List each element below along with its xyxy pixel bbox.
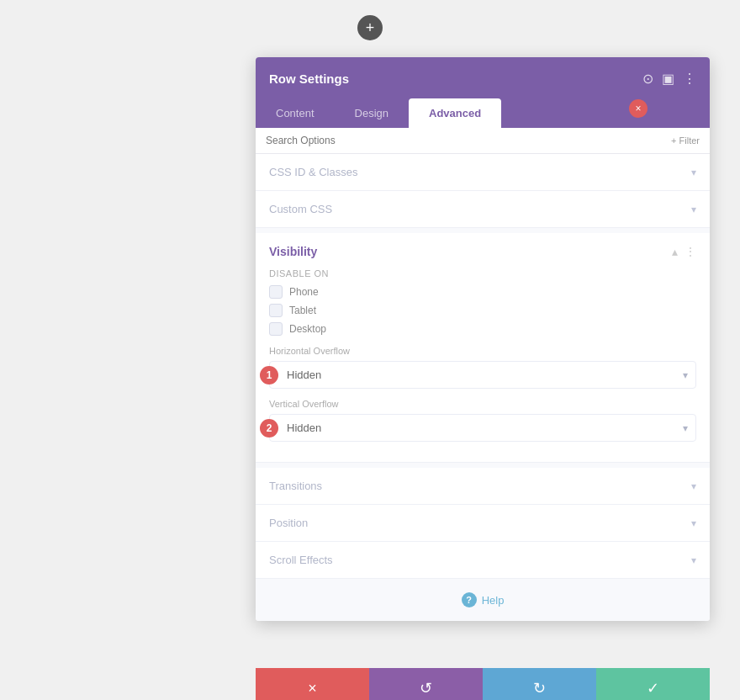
transitions-title: Transitions [269, 480, 322, 492]
visibility-header: Visibility ▴ ⋮ [269, 245, 696, 258]
phone-checkbox-row: Phone [269, 285, 696, 299]
filter-label: + Filter [671, 135, 700, 146]
cancel-button[interactable]: × [256, 668, 369, 700]
horizontal-overflow-row: 1 Hidden Visible Scroll Auto ▾ [269, 361, 696, 389]
desktop-checkbox[interactable] [269, 322, 283, 336]
save-icon: ✓ [647, 679, 659, 697]
tab-advanced[interactable]: Advanced [409, 98, 501, 128]
position-chevron-icon: ▾ [691, 517, 696, 529]
fullscreen-icon[interactable]: ⊙ [642, 71, 653, 87]
disable-on-label: Disable on [269, 268, 696, 278]
position-title: Position [269, 517, 308, 529]
scroll-effects-header[interactable]: Scroll Effects ▾ [256, 542, 710, 578]
custom-css-chevron-icon: ▾ [691, 204, 696, 215]
scroll-effects-title: Scroll Effects [269, 554, 333, 566]
help-label[interactable]: Help [482, 594, 505, 607]
row-settings-panel: Row Settings ⊙ ▣ ⋮ Content Design Advanc… [256, 57, 710, 621]
custom-css-title: Custom CSS [269, 203, 332, 215]
search-bar: + Filter [256, 128, 710, 154]
panel-body: + Filter CSS ID & Classes ▾ Custom CSS ▾ [256, 128, 710, 621]
add-row-button[interactable]: + [357, 15, 383, 40]
cancel-icon: × [308, 680, 317, 697]
custom-css-section: Custom CSS ▾ [256, 191, 710, 228]
scroll-effects-section: Scroll Effects ▾ [256, 542, 710, 579]
save-button[interactable]: ✓ [596, 668, 710, 700]
css-id-section: CSS ID & Classes ▾ [256, 154, 710, 191]
close-icon: × [635, 103, 641, 114]
horizontal-overflow-section: Horizontal Overflow 1 Hidden Visible Scr… [269, 346, 696, 389]
step-badge-1: 1 [260, 366, 278, 384]
transitions-chevron-icon: ▾ [691, 480, 696, 492]
scroll-effects-chevron-icon: ▾ [691, 554, 696, 566]
vertical-overflow-select[interactable]: Hidden Visible Scroll Auto [269, 414, 696, 442]
help-icon: ? [462, 592, 477, 607]
panel-header-icons: ⊙ ▣ ⋮ [642, 71, 696, 98]
filter-button[interactable]: + Filter [671, 135, 700, 146]
page-close-button[interactable]: × [629, 99, 648, 118]
visibility-title: Visibility [269, 245, 317, 258]
tablet-checkbox-row: Tablet [269, 304, 696, 317]
position-header[interactable]: Position ▾ [256, 505, 710, 541]
css-id-section-header[interactable]: CSS ID & Classes ▾ [256, 154, 710, 190]
layout-icon[interactable]: ▣ [662, 71, 674, 87]
visibility-collapse-icon[interactable]: ▴ [672, 245, 678, 258]
action-bar: × ↺ ↻ ✓ [256, 668, 710, 700]
css-id-chevron-icon: ▾ [691, 167, 696, 178]
transitions-section: Transitions ▾ [256, 468, 710, 505]
phone-checkbox[interactable] [269, 285, 283, 299]
panel-header: Row Settings ⊙ ▣ ⋮ [256, 57, 710, 98]
desktop-label: Desktop [289, 323, 326, 335]
tablet-checkbox[interactable] [269, 304, 283, 317]
visibility-more-icon[interactable]: ⋮ [684, 245, 696, 258]
horizontal-overflow-select[interactable]: Hidden Visible Scroll Auto [269, 361, 696, 389]
tablet-label: Tablet [289, 305, 316, 316]
horizontal-overflow-label: Horizontal Overflow [269, 346, 696, 356]
vertical-overflow-label: Vertical Overflow [269, 399, 696, 409]
custom-css-section-header[interactable]: Custom CSS ▾ [256, 191, 710, 227]
step-badge-2: 2 [260, 419, 278, 438]
plus-icon: + [366, 19, 375, 37]
position-section: Position ▾ [256, 505, 710, 542]
desktop-checkbox-row: Desktop [269, 322, 696, 336]
phone-label: Phone [289, 286, 319, 298]
help-bar: ? Help [256, 579, 710, 621]
tab-content[interactable]: Content [256, 98, 335, 128]
more-options-icon[interactable]: ⋮ [683, 71, 696, 87]
visibility-controls: ▴ ⋮ [672, 245, 696, 258]
redo-button[interactable]: ↻ [483, 668, 596, 700]
vertical-overflow-row: 2 Hidden Visible Scroll Auto ▾ [269, 414, 696, 442]
transitions-header[interactable]: Transitions ▾ [256, 468, 710, 504]
tab-design[interactable]: Design [335, 98, 409, 128]
undo-icon: ↺ [420, 679, 432, 697]
redo-icon: ↻ [533, 679, 546, 697]
visibility-section: Visibility ▴ ⋮ Disable on Phone Tablet [256, 233, 710, 463]
undo-button[interactable]: ↺ [369, 668, 483, 700]
vertical-overflow-section: Vertical Overflow 2 Hidden Visible Scrol… [269, 399, 696, 442]
css-id-title: CSS ID & Classes [269, 166, 357, 178]
search-input[interactable] [266, 135, 671, 146]
panel-title: Row Settings [269, 72, 349, 98]
